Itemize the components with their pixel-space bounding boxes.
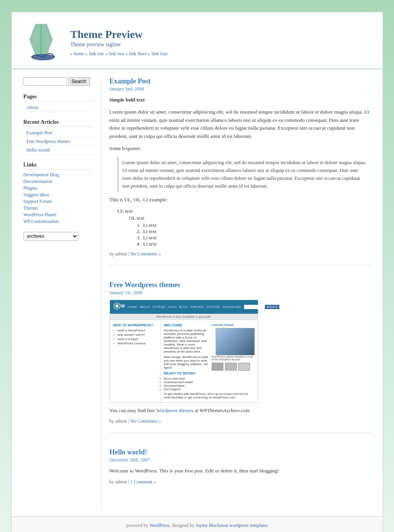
link-themes[interactable]: Themes (23, 205, 94, 212)
post-body-free-themes: You can easy find free Wordpress themes … (110, 407, 371, 415)
search-input[interactable] (23, 77, 67, 86)
ol-item: OL text (129, 215, 371, 221)
pages-section: Pages About (23, 94, 94, 112)
post-hello-world: Hello world! December 26th, 2007 Welcome… (110, 448, 371, 493)
link-suggest-ideas[interactable]: Suggest Ideas (23, 192, 94, 198)
wp-theme-img (216, 328, 255, 355)
wp-search-input[interactable] (244, 305, 264, 309)
post-free-themes: Free Wordpress themes January 1st, 2008 … (110, 281, 371, 433)
ul-item: UL text (117, 208, 371, 214)
link-plugins[interactable]: Plugins (23, 185, 94, 192)
search-button[interactable]: Search (68, 77, 90, 86)
sidebar-link-example-post[interactable]: Example Post (23, 129, 94, 138)
nav-link-home[interactable]: home (74, 51, 85, 56)
pages-title: Pages (23, 94, 94, 101)
wp-ready-link-3: Documentation (164, 384, 255, 387)
footer-text-before: powered by (126, 523, 149, 528)
links-list: Development Blog Documentation Plugins S… (23, 172, 94, 225)
footer-text-middle: , designed by (169, 523, 196, 528)
post-comments-3[interactable]: 1 Comment » (130, 479, 156, 485)
wp-theme-screenshots (212, 363, 255, 371)
recent-title: Recent Articles (23, 119, 94, 127)
post-free-themes-text: You can easy find free Wordpress themes … (110, 407, 371, 415)
post-list: UL text OL text 1. Li text 2. Li text 3.… (117, 208, 371, 247)
wp-new-links: what is WordPress? why should I use it? … (113, 329, 157, 345)
wp-logo: WordPress (113, 302, 125, 312)
nav-sep3: » (126, 51, 129, 56)
wp-theme-panel: Current Theme WordPress' admin interface… (212, 323, 255, 371)
nav-link-one[interactable]: link one (89, 51, 104, 56)
sidebar-link-hello-world[interactable]: Hello world! (23, 146, 94, 155)
wp-ready-link-2: Download and Install (164, 380, 255, 384)
post-comments-2[interactable]: No Comments » (130, 418, 161, 424)
wp-announce: WordPress is also available in русский. (110, 314, 258, 320)
wp-right: Current Theme WordPress' admin interface… (161, 320, 258, 402)
wp-left: NEW TO WORDPRESS? what is WordPress? why… (110, 320, 161, 402)
footer: powered by WordPress, designed by Jayme … (12, 516, 383, 532)
post-intro-text: Lorem ipsum dolor sit amet, consectetur … (110, 108, 371, 141)
main-content: Example Post January 2nd, 2008 Simple bo… (110, 77, 371, 508)
nav-link-two[interactable]: link two (109, 51, 124, 56)
wp-nav-bar: WordPress HOMEABOUTEXTENDDOCSBLOGFORUMSH… (110, 300, 258, 314)
link-dev-blog[interactable]: Development Blog (23, 172, 94, 178)
archives-section: archives (23, 232, 94, 241)
recent-articles-section: Recent Articles Example Post Free Wordpr… (23, 119, 94, 155)
nav-link-four[interactable]: link four (152, 51, 168, 56)
wp-ready-text: To get started with WordPress, set it up… (164, 392, 255, 399)
post-date-hello: December 26th, 2007 (110, 457, 371, 463)
site-tagline: Theme preview tagline (70, 42, 371, 48)
wp-screenshot: WordPress HOMEABOUTEXTENDDOCSBLOGFORUMSH… (110, 300, 258, 403)
search-form: Search (23, 77, 94, 86)
post-author-1: admin (115, 251, 127, 257)
link-wp-planet[interactable]: WordPress Planet (23, 212, 94, 218)
post-body-hello: Welcome to WordPress. This is your first… (110, 467, 371, 475)
sidebar-link-free-themes[interactable]: Free Wordpress themes (23, 138, 94, 146)
wp-search: SEARCH (244, 305, 279, 309)
footer-wp-link[interactable]: WordPress (149, 523, 170, 528)
ul-text: UL text (117, 208, 133, 214)
ol-text: OL text (129, 215, 145, 221)
wp-menu: HOMEABOUTEXTENDDOCSBLOGFORUMSHOSTINGDOWN… (128, 305, 241, 309)
wp-ready-title: READY TO BEGIN? (164, 371, 255, 375)
post-hello-text: Welcome to WordPress. This is your first… (110, 467, 371, 475)
post-ulol-label: This is UL, OL, LI example: (110, 196, 371, 204)
wp-ready-link-4: Get Support (164, 387, 255, 391)
post-meta-3: by admin | 1 Comment » (110, 479, 371, 485)
nav-sep1: » (85, 51, 89, 56)
link-support-forum[interactable]: Support Forum (23, 198, 94, 205)
archives-select[interactable]: archives (23, 232, 78, 241)
post-comments-1[interactable]: No Comments » (130, 251, 161, 257)
wordpress-themes-link[interactable]: Wordpress themes (156, 407, 193, 413)
nav-sep2: » (105, 51, 109, 56)
post-title-free-themes[interactable]: Free Wordpress themes (110, 281, 180, 289)
logo (23, 20, 63, 65)
post-title-hello[interactable]: Hello world! (110, 448, 148, 456)
post-date-free-themes: January 1st, 2008 (110, 290, 371, 296)
post-subtitle: Simple bold text (110, 96, 371, 104)
wp-new-title: NEW TO WORDPRESS? (113, 323, 157, 327)
link-wp-customization[interactable]: WP Customization (23, 218, 94, 225)
wp-new-link-2: why should I use it? (118, 333, 157, 337)
sidebar-link-about[interactable]: About (23, 103, 94, 112)
wp-search-btn[interactable]: SEARCH (265, 305, 279, 309)
nav-arrow: » (70, 51, 73, 56)
li-list: 1. Li text 2. Li text 3. Li text 4. Li t… (137, 222, 371, 247)
li-item-2: 2. Li text (137, 228, 371, 235)
wp-new-link-3: what is a blog? (118, 337, 157, 341)
wp-body: NEW TO WORDPRESS? what is WordPress? why… (110, 320, 258, 402)
header: Theme Preview Theme preview tagline » ho… (12, 12, 383, 69)
post-author-2: admin (115, 418, 127, 424)
nav-links: » home » link one » link two » link thre… (70, 51, 371, 57)
site-title: Theme Preview (70, 28, 371, 41)
li-item-4: 4. Li text (137, 241, 371, 247)
nav-link-three[interactable]: link three (129, 51, 147, 56)
li-item-1: 1. Li text (137, 222, 371, 228)
post-title-example[interactable]: Example Post (110, 77, 151, 85)
post-date-example: January 2nd, 2008 (110, 86, 371, 92)
header-text: Theme Preview Theme preview tagline » ho… (70, 28, 371, 57)
link-documentation[interactable]: Documentation (23, 178, 94, 185)
wp-ready-links: find a web host Download and Install Doc… (164, 377, 255, 391)
li-item-3: 3. Li text (137, 235, 371, 241)
svg-point-6 (115, 304, 119, 308)
footer-designer-link[interactable]: Jayme Blackmon wordpress templates (196, 523, 268, 528)
